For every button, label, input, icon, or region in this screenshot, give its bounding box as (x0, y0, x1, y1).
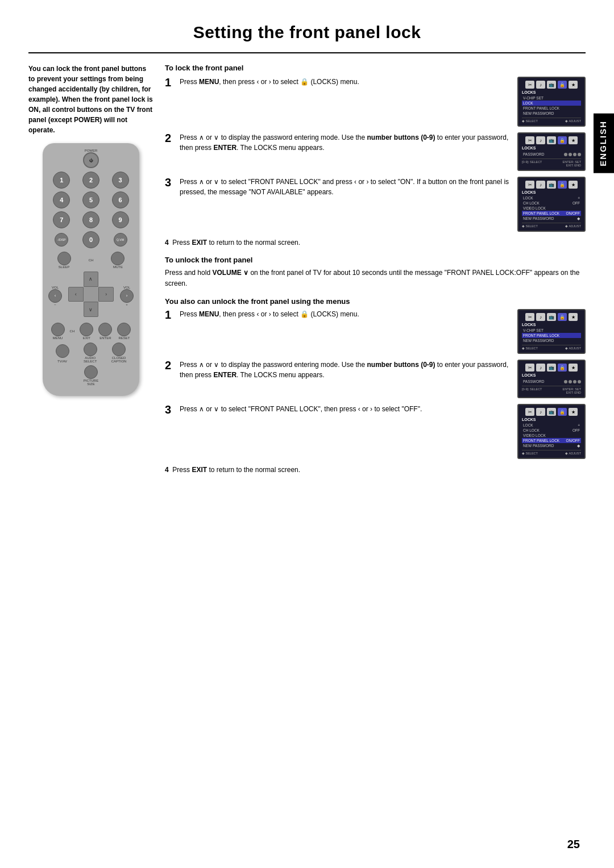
page-number: 25 (567, 838, 580, 851)
vol-plus-label: VOL (123, 286, 130, 289)
lock-screen2: ✂ ♪ 📺 🔒 ★ LOCKS PASSWORD (517, 132, 586, 171)
btn-picturesize[interactable] (84, 365, 98, 379)
btn-up[interactable]: ∧ (84, 272, 99, 287)
dpad-corner-tl (68, 272, 84, 287)
intro-text: You can lock the front panel buttons to … (28, 64, 154, 135)
screen5-footer-left: [0-9]: SELECT (522, 387, 542, 394)
s3-icon2: ♪ (536, 181, 545, 189)
btn-9[interactable]: 9 (112, 211, 129, 228)
dot1 (564, 153, 567, 156)
lock-step3: 3 Press ∧ or ∨ to select "FRONT PANEL LO… (165, 177, 586, 232)
screen6-header: LOCKS (522, 418, 581, 422)
lock-step2-text: 2 Press ∧ or ∨ to display the password e… (165, 132, 512, 171)
screen6-fplock: FRONT PANEL LOCK ON/OFF (522, 438, 581, 443)
lock-step3-text: 3 Press ∧ or ∨ to select "FRONT PANEL LO… (165, 177, 512, 232)
also-step2-bold: number buttons (0-9) (367, 361, 435, 369)
btn-0[interactable]: 0 (82, 231, 99, 248)
btn-tvav[interactable] (56, 344, 69, 358)
sleep-label: SLEEP (59, 265, 69, 269)
screen3-footer-left: ◆ SELECT (522, 224, 538, 228)
screen6-vidlock: VIDEO LOCK (522, 433, 581, 438)
also-step3-inner: 3 Press ∧ or ∨ to select "FRONT PANEL LO… (165, 404, 512, 415)
dpad: ∧ ‹ › ∨ (68, 272, 114, 317)
btn-vol-plus[interactable]: › (120, 289, 134, 303)
btn-exit[interactable] (80, 323, 93, 336)
unlock-section: To unlock the front panel Press and hold… (165, 256, 586, 289)
btn-audio[interactable] (84, 343, 97, 356)
also-step4: 4 Press EXIT to return to the normal scr… (165, 465, 586, 475)
remote-control: POWER ⏻ 1 2 3 4 5 6 7 8 9 -/DISP 0 (43, 143, 139, 396)
btn-menu[interactable] (51, 323, 65, 336)
also-screen3: ✂ ♪ 📺 🔒 ★ LOCKS LOCK + CH LOCK OFF VIDEO… (517, 404, 586, 459)
screen3-lock: LOCK + (522, 195, 581, 201)
exit-label: EXIT (83, 336, 90, 340)
btn-2[interactable]: 2 (82, 172, 99, 189)
screen3-icons: ✂ ♪ 📺 🔒 ★ (522, 181, 581, 189)
btn-vol-minus[interactable]: ‹ (48, 289, 62, 303)
dpad-corner-tr (98, 272, 114, 287)
also-step2-enter: ENTER (213, 371, 237, 379)
screen1-footer: ◆ SELECT ◆ ADJUST (522, 118, 581, 123)
btn-down[interactable]: ∨ (84, 302, 99, 317)
screen2-icons: ✂ ♪ 📺 🔒 ★ (522, 136, 581, 144)
lock-step3-inner: 3 Press ∧ or ∨ to select "FRONT PANEL LO… (165, 177, 512, 197)
also-step1-text: 1 Press MENU, then press ‹ or › to selec… (165, 309, 512, 354)
btn-caption[interactable] (112, 343, 126, 356)
also-step1-num: 1 (165, 309, 175, 320)
vol-minus-sign: − (54, 303, 56, 306)
right-column: To lock the front panel 1 Press MENU, th… (165, 64, 586, 483)
icon-music: ♪ (536, 81, 545, 89)
s2-icon5: ★ (569, 136, 578, 144)
remote-top-section: POWER ⏻ (48, 149, 134, 168)
screen5-pwd-label: PASSWORD (522, 379, 545, 384)
unlock-title: To unlock the front panel (165, 256, 586, 264)
also-step2-num: 2 (165, 360, 175, 371)
screen3-newpwd: NEW PASSWORD ◆ (522, 216, 581, 221)
s2-icon1: ✂ (525, 136, 534, 144)
lock-icon-1: 🔒 (300, 78, 309, 86)
select-label: SELECT (84, 360, 97, 363)
screen3-fplock: FRONT PANEL LOCK ON/OFF (522, 211, 581, 216)
screen1-item4: NEW PASSWORD (522, 111, 581, 116)
screen6-newpwd: NEW PASSWORD ◆ (522, 443, 581, 448)
screen1-item1: V-CHIP SET (522, 95, 581, 101)
btn-1[interactable]: 1 (53, 172, 70, 189)
lock-step2-num: 2 (165, 132, 175, 144)
s6-icon4: 🔒 (558, 408, 567, 416)
also-unlock-title: You also can unlock the front panel usin… (165, 297, 586, 306)
btn-3[interactable]: 3 (112, 172, 129, 189)
btn-left[interactable]: ‹ (68, 287, 84, 302)
s5-dot3 (573, 380, 576, 383)
btn-mute[interactable] (111, 252, 125, 265)
also-step1-content: Press MENU, then press ‹ or › to select … (180, 309, 512, 319)
btn-enter[interactable] (98, 323, 112, 336)
s3-icon5: ★ (569, 181, 578, 189)
btn-quickview[interactable]: Q.VW (114, 233, 127, 247)
screen4-header: LOCKS (522, 323, 581, 327)
btn-5[interactable]: 5 (82, 191, 99, 208)
btn-8[interactable]: 8 (82, 211, 99, 228)
caption-label2: CAPTION (111, 360, 127, 363)
s4-icon3: 📺 (547, 313, 556, 321)
screen4-footer-left: ◆ SELECT (522, 347, 538, 350)
btn-6[interactable]: 6 (112, 191, 129, 208)
btn-right[interactable]: › (98, 287, 114, 302)
btn-sleep[interactable] (57, 252, 71, 265)
icon-star: ★ (569, 81, 578, 89)
unlock-text: Press and hold VOLUME ∨ on the front pan… (165, 268, 586, 289)
btn-7[interactable]: 7 (53, 211, 70, 228)
s4-icon5: ★ (569, 313, 578, 321)
btn-reset[interactable] (117, 323, 131, 336)
lock-screen3: ✂ ♪ 📺 🔒 ★ LOCKS LOCK + CH LOCK OFF VIDEO… (517, 177, 586, 232)
screen5-header: LOCKS (522, 373, 581, 377)
also-step3-text: 3 Press ∧ or ∨ to select "FRONT PANEL LO… (165, 404, 512, 459)
btn-display[interactable]: -/DISP (55, 233, 68, 247)
dpad-corner-bl (68, 302, 84, 317)
icon-lock-active: 🔒 (558, 81, 567, 89)
also-step2: 2 Press ∧ or ∨ to display the password e… (165, 360, 586, 398)
power-button[interactable]: ⏻ (83, 152, 99, 168)
btn-4[interactable]: 4 (53, 191, 70, 208)
screen3-vidlock: VIDEO LOCK (522, 206, 581, 211)
screen3-footer-right: ◆ ADJUST (565, 224, 581, 228)
also-step3-content: Press ∧ or ∨ to select "FRONT PANEL LOCK… (180, 404, 512, 414)
